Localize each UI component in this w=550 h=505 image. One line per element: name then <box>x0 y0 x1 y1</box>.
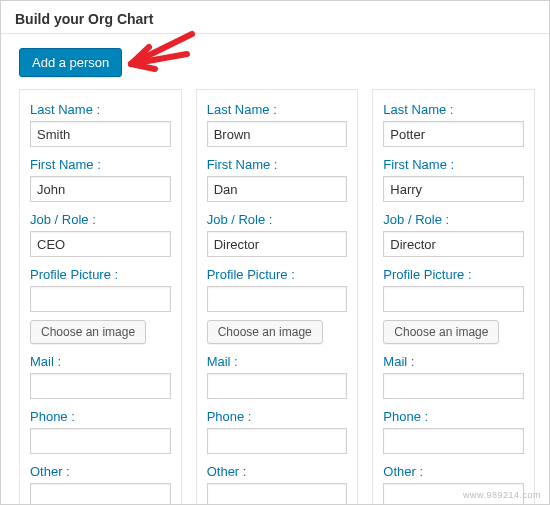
phone-input[interactable] <box>30 428 171 454</box>
profile-picture-label: Profile Picture : <box>383 267 524 282</box>
phone-input[interactable] <box>207 428 348 454</box>
mail-input[interactable] <box>207 373 348 399</box>
mail-input[interactable] <box>383 373 524 399</box>
job-label: Job / Role : <box>383 212 524 227</box>
phone-label: Phone : <box>383 409 524 424</box>
choose-image-button[interactable]: Choose an image <box>383 320 499 344</box>
watermark: www.989214.com <box>463 490 541 500</box>
job-input[interactable] <box>30 231 171 257</box>
job-input[interactable] <box>383 231 524 257</box>
last-name-label: Last Name : <box>207 102 348 117</box>
mail-label: Mail : <box>30 354 171 369</box>
profile-picture-label: Profile Picture : <box>207 267 348 282</box>
mail-label: Mail : <box>383 354 524 369</box>
other-label: Other : <box>30 464 171 479</box>
mail-input[interactable] <box>30 373 171 399</box>
annotation-arrow-icon <box>117 26 207 86</box>
person-cards-row: Last Name : First Name : Job / Role : Pr… <box>1 83 549 505</box>
add-person-button[interactable]: Add a person <box>19 48 122 77</box>
person-card: Last Name : First Name : Job / Role : Pr… <box>372 89 535 505</box>
panel: Build your Org Chart Add a person Last N… <box>0 0 550 505</box>
phone-input[interactable] <box>383 428 524 454</box>
last-name-input[interactable] <box>30 121 171 147</box>
job-label: Job / Role : <box>30 212 171 227</box>
profile-picture-input[interactable] <box>30 286 171 312</box>
page-title: Build your Org Chart <box>15 11 535 27</box>
profile-picture-input[interactable] <box>383 286 524 312</box>
other-label: Other : <box>207 464 348 479</box>
other-label: Other : <box>383 464 524 479</box>
last-name-label: Last Name : <box>383 102 524 117</box>
first-name-label: First Name : <box>30 157 171 172</box>
first-name-input[interactable] <box>207 176 348 202</box>
last-name-input[interactable] <box>207 121 348 147</box>
profile-picture-label: Profile Picture : <box>30 267 171 282</box>
profile-picture-input[interactable] <box>207 286 348 312</box>
choose-image-button[interactable]: Choose an image <box>207 320 323 344</box>
job-label: Job / Role : <box>207 212 348 227</box>
choose-image-button[interactable]: Choose an image <box>30 320 146 344</box>
job-input[interactable] <box>207 231 348 257</box>
last-name-input[interactable] <box>383 121 524 147</box>
person-card: Last Name : First Name : Job / Role : Pr… <box>196 89 359 505</box>
first-name-label: First Name : <box>207 157 348 172</box>
last-name-label: Last Name : <box>30 102 171 117</box>
toolbar: Add a person <box>1 34 549 83</box>
mail-label: Mail : <box>207 354 348 369</box>
first-name-input[interactable] <box>30 176 171 202</box>
first-name-input[interactable] <box>383 176 524 202</box>
phone-label: Phone : <box>30 409 171 424</box>
other-input[interactable] <box>30 483 171 505</box>
panel-header: Build your Org Chart <box>1 1 549 34</box>
first-name-label: First Name : <box>383 157 524 172</box>
phone-label: Phone : <box>207 409 348 424</box>
other-input[interactable] <box>207 483 348 505</box>
person-card: Last Name : First Name : Job / Role : Pr… <box>19 89 182 505</box>
